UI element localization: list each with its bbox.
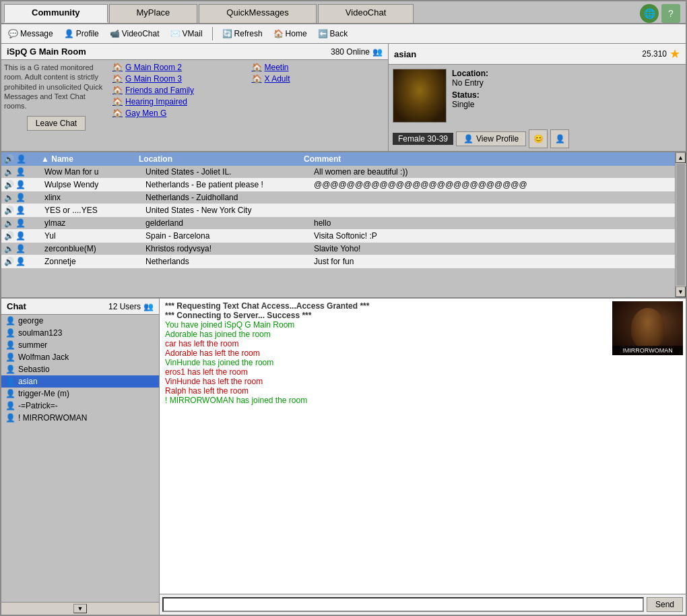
vmail-button[interactable]: ✉️ VMail bbox=[168, 28, 205, 40]
col-location-header[interactable]: Location bbox=[139, 154, 304, 164]
leave-chat-button[interactable]: Leave Chat bbox=[27, 116, 86, 131]
chat-user-item[interactable]: 👤 trigger-Me (m) bbox=[1, 388, 159, 400]
room-link-icon-5: 🏠 bbox=[112, 109, 123, 118]
user-avatar-icon: 👤 bbox=[5, 328, 15, 338]
scroll-up-button[interactable]: ▲ bbox=[676, 152, 686, 163]
message-label: Message bbox=[20, 29, 53, 38]
message-button[interactable]: 💬 Message bbox=[5, 28, 56, 40]
speaker-icon: 🔊 bbox=[4, 193, 14, 202]
back-button[interactable]: ⬅️ Back bbox=[315, 28, 351, 40]
table-row[interactable]: 🔊👤 YES or ....YES United States - New Yo… bbox=[1, 204, 675, 217]
table-row[interactable]: 🔊👤 Yul Spain - Barcelona Visita Softonic… bbox=[1, 230, 675, 243]
tab-myplace[interactable]: MyPlace bbox=[109, 4, 198, 23]
chat-section: Chat 12 Users 👥 👤 george 👤 soulman123 bbox=[1, 299, 686, 615]
room-description: This is a G rated monitored room. Adult … bbox=[4, 63, 108, 133]
room-link-3[interactable]: 🏠 Friends and Family bbox=[112, 86, 247, 95]
user-avatar-icon: 👤 bbox=[5, 352, 15, 362]
chat-list-scroll-down[interactable]: ▼ bbox=[73, 604, 87, 613]
user-avatar-icon: 👤 bbox=[5, 316, 15, 326]
location-value: No Entry bbox=[452, 78, 484, 88]
speaker-icon: 🔊 bbox=[4, 180, 14, 189]
room-link-1[interactable]: 🏠 G Main Room 2 bbox=[112, 63, 247, 72]
table-row[interactable]: 🔊👤 Zonnetje Netherlands Just for fun bbox=[1, 255, 675, 268]
smiley-button[interactable]: 😊 bbox=[529, 129, 548, 148]
chat-message: *** Connecting to Server... Success *** bbox=[165, 311, 680, 320]
user-avatar-icon: 👤 bbox=[5, 389, 15, 398]
tab-community[interactable]: Community bbox=[4, 4, 108, 23]
chat-message: ! MIRRORWOMAN has joined the room bbox=[165, 396, 680, 405]
chat-user-item[interactable]: 👤 Sebastio bbox=[1, 363, 159, 375]
chat-messages: *** Requesting Text Chat Access...Access… bbox=[160, 299, 686, 594]
toolbar: 💬 Message 👤 Profile 📹 VideoChat ✉️ VMail… bbox=[1, 24, 686, 44]
home-icon: 🏠 bbox=[273, 29, 284, 38]
chat-user-list: 👤 george 👤 soulman123 👤 summer 👤 Wolfman… bbox=[1, 315, 159, 602]
tab-videochat[interactable]: VideoChat bbox=[318, 4, 414, 23]
chat-user-item[interactable]: 👤 Wolfman Jack bbox=[1, 351, 159, 363]
chat-message: *** Requesting Text Chat Access...Access… bbox=[165, 301, 680, 311]
chat-input[interactable] bbox=[162, 597, 644, 612]
videochat-label: VideoChat bbox=[122, 29, 160, 38]
room-link-5[interactable]: 🏠 Gay Men G bbox=[112, 109, 247, 118]
chat-user-item[interactable]: 👤 summer bbox=[1, 339, 159, 351]
room-links-col1: 🏠 G Main Room 2 🏠 G Main Room 3 🏠 Friend… bbox=[112, 63, 247, 133]
scroll-thumb[interactable] bbox=[676, 164, 685, 286]
videochat-button[interactable]: 📹 VideoChat bbox=[107, 28, 162, 40]
room-link-icon-1: 🏠 bbox=[112, 63, 123, 72]
room-link-6[interactable]: 🏠 Meetin bbox=[252, 63, 386, 72]
chat-user-item-selected[interactable]: 👤 asian bbox=[1, 375, 159, 388]
view-profile-button[interactable]: 👤 View Profile bbox=[456, 131, 526, 146]
chat-user-item[interactable]: 👤 -=Patrick=- bbox=[1, 400, 159, 412]
view-profile-icon: 👤 bbox=[463, 134, 473, 144]
user-avatar-icon: 👤 bbox=[5, 401, 15, 410]
refresh-button[interactable]: 🔄 Refresh bbox=[220, 28, 265, 40]
tab-quickmessages[interactable]: QuickMessages bbox=[199, 4, 316, 23]
home-button[interactable]: 🏠 Home bbox=[271, 28, 310, 40]
room-header: iSpQ G Main Room 380 Online 👥 bbox=[1, 44, 388, 60]
speaker-icon: 🔊 bbox=[4, 257, 14, 266]
chat-messages-panel: *** Requesting Text Chat Access...Access… bbox=[160, 299, 686, 615]
table-row[interactable]: 🔊👤 Wow Man for u United States - Joliet … bbox=[1, 166, 675, 179]
profile-button[interactable]: 👤 Profile bbox=[61, 28, 102, 40]
user-avatar-icon: 👤 bbox=[5, 340, 15, 350]
people-icon: 👥 bbox=[372, 47, 383, 57]
chat-user-item[interactable]: 👤 soulman123 bbox=[1, 327, 159, 339]
globe-icon[interactable]: 🌐 bbox=[640, 4, 659, 23]
table-row[interactable]: 🔊👤 xlinx Netherlands - Zuidholland bbox=[1, 191, 675, 204]
speaker-icon: 🔊 bbox=[4, 244, 14, 253]
col-name-header[interactable]: ▲ Name bbox=[41, 154, 139, 164]
home-label: Home bbox=[286, 29, 307, 38]
user-list-scrollbar[interactable]: ▲ ▼ bbox=[675, 152, 686, 297]
chat-message: VinHunde has joined the room bbox=[165, 358, 680, 367]
profile-header: asian 25.310 ★ bbox=[389, 44, 686, 65]
help-icon[interactable]: ? bbox=[661, 4, 680, 23]
profile-panel: asian 25.310 ★ Location: No Entry bbox=[389, 44, 686, 151]
chat-user-item[interactable]: 👤 george bbox=[1, 315, 159, 327]
table-row[interactable]: 🔊👤 zerconblue(M) Khristos rodyvsya! Slav… bbox=[1, 243, 675, 255]
send-button[interactable]: Send bbox=[647, 597, 683, 612]
user-avatar-icon: 👤 bbox=[5, 365, 15, 374]
avatar-icon: 👤 bbox=[15, 244, 26, 253]
profile-details: Location: No Entry Status: Single bbox=[452, 69, 682, 123]
avatar-icon: 👤 bbox=[16, 154, 26, 164]
room-link-2[interactable]: 🏠 G Main Room 3 bbox=[112, 74, 247, 84]
room-link-icon-6: 🏠 bbox=[252, 63, 262, 72]
profile-actions: Female 30-39 👤 View Profile 😊 👤 bbox=[389, 127, 686, 151]
room-link-7[interactable]: 🏠 X Adult bbox=[252, 74, 386, 84]
online-count: 380 Online 👥 bbox=[331, 47, 383, 57]
profile-score: 25.310 ★ bbox=[642, 47, 680, 61]
room-link-icon-7: 🏠 bbox=[252, 74, 262, 84]
speaker-icon: 🔊 bbox=[4, 167, 14, 177]
scroll-down-button[interactable]: ▼ bbox=[676, 286, 686, 297]
room-link-4[interactable]: 🏠 Hearing Impaired bbox=[112, 97, 247, 106]
videochat-icon: 📹 bbox=[110, 29, 120, 38]
room-link-icon-4: 🏠 bbox=[112, 97, 123, 106]
col-comment-header[interactable]: Comment bbox=[304, 154, 672, 164]
room-link-icon-2: 🏠 bbox=[112, 74, 123, 84]
table-row[interactable]: 🔊👤 ylmaz gelderland hello bbox=[1, 217, 675, 230]
tab-bar: Community MyPlace QuickMessages VideoCha… bbox=[1, 1, 686, 24]
table-row[interactable]: 🔊👤 Wulpse Wendy Netherlands - Be patient… bbox=[1, 179, 675, 191]
person-action-button[interactable]: 👤 bbox=[550, 129, 569, 148]
chat-scroll-down[interactable]: ▼ bbox=[1, 602, 159, 615]
chat-user-item[interactable]: 👤 ! MIRRORWOMAN bbox=[1, 412, 159, 424]
room-panel: iSpQ G Main Room 380 Online 👥 This is a … bbox=[1, 44, 389, 151]
